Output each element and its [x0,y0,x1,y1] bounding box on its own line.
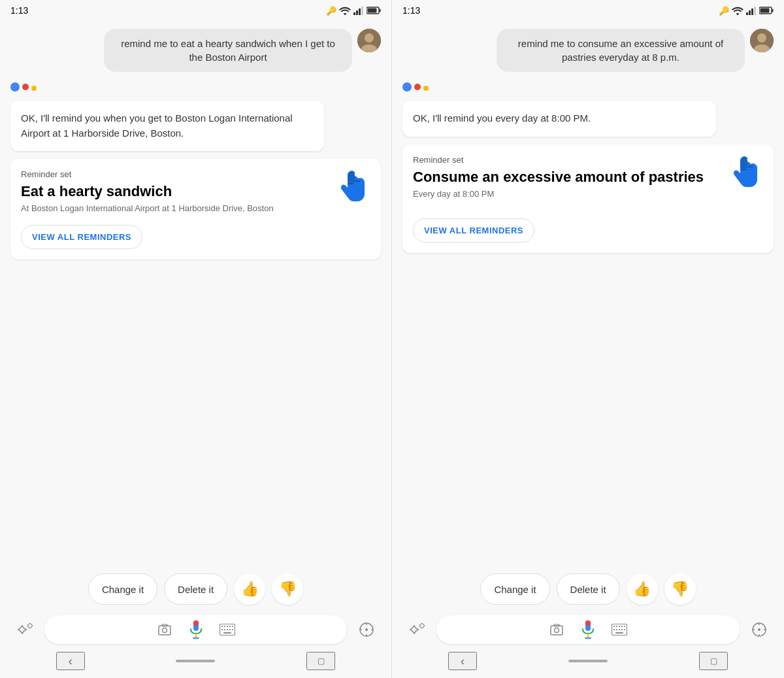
wifi-icon [339,7,351,15]
svg-rect-24 [232,626,233,627]
svg-rect-27 [227,629,228,630]
change-it-btn-1[interactable]: Change it [88,573,157,605]
back-btn-2[interactable]: ‹ [448,652,477,670]
svg-rect-66 [624,629,625,630]
google-mic-btn-1[interactable] [184,618,208,641]
svg-rect-17 [195,634,197,637]
signal-icon [353,7,364,15]
status-bar-2: 1:13 🔑 [392,0,784,21]
action-buttons-1: Change it Delete it 👍 👎 [10,573,381,605]
user-message-row-1: remind me to eat a hearty sandwich when … [10,29,381,72]
svg-rect-53 [585,620,591,626]
reminder-label-2: Reminder set [413,155,763,165]
svg-rect-30 [223,632,231,634]
keyboard-icon-1[interactable] [216,618,239,641]
svg-rect-22 [227,626,228,627]
svg-rect-20 [221,626,223,627]
reminder-subtitle-1: At Boston Logan International Airport at… [21,203,370,214]
svg-point-45 [757,33,766,42]
recent-btn-1[interactable]: ▢ [306,652,335,670]
avatar-image-1 [357,29,381,52]
svg-rect-38 [749,10,751,15]
compass-icon-2[interactable] [745,615,774,644]
status-icons-1: 🔑 [326,6,381,16]
reminder-title-2: Consume an excessive amount of pastries [413,169,763,186]
phone-panel-2: 1:13 🔑 remind me to consu [392,0,784,678]
thumbs-up-btn-2[interactable]: 👍 [627,573,658,605]
assistant-bubble-1: OK, I'll remind you when you get to Bost… [10,101,324,151]
keyboard-icon-2[interactable] [608,618,631,641]
user-bubble-2: remind me to consume an excessive amount… [497,29,745,72]
lens-icon-1[interactable] [153,618,176,641]
reminder-title-1: Eat a hearty sandwich [21,183,370,200]
svg-rect-43 [760,8,770,13]
key-icon-2: 🔑 [719,6,729,16]
svg-rect-16 [193,620,199,626]
signal-icon-2 [746,7,757,15]
svg-rect-28 [229,629,231,630]
google-mic-btn-2[interactable] [576,618,600,641]
dot-red-2 [414,84,421,90]
svg-point-13 [162,628,167,633]
change-it-btn-2[interactable]: Change it [480,573,549,605]
assistant-row-1: OK, I'll remind you when you get to Bost… [10,80,381,151]
lens-icon-2[interactable] [545,618,568,641]
view-all-reminders-btn-2[interactable]: VIEW ALL REMINDERS [413,218,534,243]
key-icon: 🔑 [326,6,336,16]
back-btn-1[interactable]: ‹ [56,652,85,670]
reminder-label-1: Reminder set [21,169,370,179]
bottom-section-2: Change it Delete it 👍 👎 [392,566,784,678]
svg-rect-2 [359,8,361,15]
svg-rect-55 [585,637,591,639]
battery-icon [367,7,381,14]
compass-icon-1[interactable] [352,615,381,644]
svg-rect-29 [232,629,233,630]
svg-point-32 [365,628,368,631]
status-icons-2: 🔑 [719,6,774,16]
delete-it-btn-1[interactable]: Delete it [164,573,227,605]
mic-group-2 [436,615,740,644]
svg-rect-0 [353,12,355,15]
chat-area-2: remind me to consume an excessive amount… [392,21,784,566]
svg-rect-57 [613,626,615,627]
assistant-bubble-2: OK, I'll remind you every day at 8:00 PM… [402,101,716,137]
svg-point-69 [758,628,760,631]
dot-blue-2 [402,82,412,92]
recent-btn-2[interactable]: ▢ [699,652,728,670]
thumbs-down-btn-2[interactable]: 👎 [664,573,696,605]
home-indicator-2[interactable] [568,660,608,662]
svg-rect-23 [229,626,231,627]
assistant-row-2: OK, I'll remind you every day at 8:00 PM… [402,80,774,137]
view-all-reminders-btn-1[interactable]: VIEW ALL REMINDERS [21,225,142,249]
dot-blue-1 [10,82,20,92]
svg-rect-5 [380,9,381,12]
bottom-section-1: Change it Delete it 👍 👎 [0,566,391,678]
reminder-finger-icon-1 [334,169,370,216]
svg-rect-26 [224,629,225,630]
svg-rect-18 [193,637,199,639]
svg-rect-49 [551,626,563,635]
svg-point-8 [365,33,374,42]
dot-yellow-2 [423,86,429,91]
user-message-row-2: remind me to consume an excessive amount… [402,29,774,72]
status-time-1: 1:13 [10,5,28,16]
thumbs-up-btn-1[interactable]: 👍 [234,573,265,605]
sparkle-icon-1[interactable] [10,615,39,644]
thumbs-down-btn-1[interactable]: 👎 [272,573,303,605]
nav-bar-1: ‹ ▢ [10,647,381,673]
sparkle-icon-2[interactable] [402,615,431,644]
input-bar-1 [10,613,381,647]
home-indicator-1[interactable] [176,660,215,662]
reminder-card-2: Reminder set Consume an excessive amount… [402,144,774,253]
status-time-2: 1:13 [402,5,420,16]
chat-area-1: remind me to eat a hearty sandwich when … [0,21,391,566]
svg-rect-3 [361,7,363,15]
svg-rect-12 [159,626,171,635]
action-buttons-2: Change it Delete it 👍 👎 [402,573,774,605]
nav-bar-2: ‹ ▢ [402,647,774,673]
svg-rect-62 [613,629,615,630]
svg-rect-6 [368,8,377,13]
status-bar-1: 1:13 🔑 [0,0,391,21]
delete-it-btn-2[interactable]: Delete it [557,573,620,605]
phone-panel-1: 1:13 🔑 [0,0,392,678]
